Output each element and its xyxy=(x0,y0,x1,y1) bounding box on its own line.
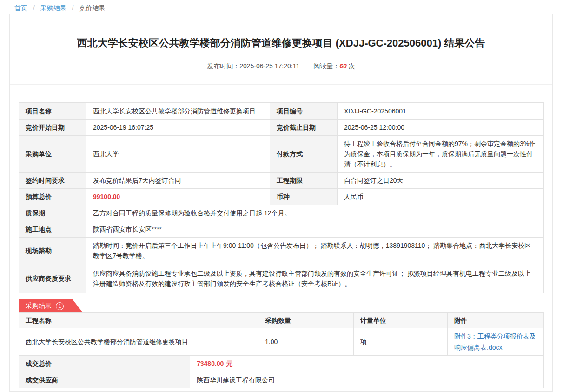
currency-value: 人民币 xyxy=(338,189,543,205)
budget-value: 99100.00 xyxy=(86,189,270,205)
publish-meta: 发布时间：2025-06-25 17:20:11阅读量：60次 xyxy=(28,62,534,71)
views-label: 阅读量： xyxy=(313,62,339,70)
table-row: 预算总价 99100.00 币种 人民币 xyxy=(19,188,543,205)
page-title: 西北大学长安校区公共教学楼部分消防管道维修更换项目 (XDJJ-GC-20250… xyxy=(28,36,534,50)
total-price-unit: 元 xyxy=(226,359,232,369)
result-table-data-row: 西北大学长安校区公共教学楼部分消防管道维修更换项目 1.00 项 附件3：工程类… xyxy=(19,328,543,355)
table-row: 竞价开始日期 2025-06-19 16:07:25 竞价截止日期 2025-0… xyxy=(19,119,543,135)
breadcrumb-procurement-results[interactable]: 采购结果 xyxy=(40,4,66,12)
result-unit: 项 xyxy=(354,328,448,355)
announcement-card: 西北大学长安校区公共教学楼部分消防管道维修更换项目 (XDJJ-GC-20250… xyxy=(9,14,553,392)
views-count: 60 xyxy=(339,62,347,70)
total-price-value: 73480.00 元 xyxy=(190,356,543,372)
site-survey-value: 踏勘时间：竞价开启后第三个工作日上午上午9:00-11:00（包含公告发布日）；… xyxy=(86,238,543,264)
table-row: 供应商资质要求 供应商应具备消防设施工程专业承包二级及以上资质，具有建设行政主管… xyxy=(19,264,543,293)
table-row: 签约时间要求 发布竞价结果后7天内签订合同 工程期限 自合同签订之日20天 xyxy=(19,172,543,188)
procurement-result-badge-label: 采购结果 xyxy=(26,302,52,310)
badge-number-circle: 1 xyxy=(56,302,64,310)
supplier-value: 陕西华川建设工程有限公司 xyxy=(190,372,543,388)
bid-start-label: 竞价开始日期 xyxy=(19,120,86,135)
breadcrumb: 首页 / 采购结果 / 竞价结果 xyxy=(0,0,563,14)
project-info-table: 项目名称 西北大学长安校区公共教学楼部分消防管道维修更换项目 项目编号 XDJJ… xyxy=(19,102,544,293)
supplier-label: 成交供应商 xyxy=(19,372,190,388)
views-unit: 次 xyxy=(349,62,355,70)
bid-end-value: 2025-06-25 12:00:00 xyxy=(338,120,543,135)
location-label: 施工地点 xyxy=(19,221,86,237)
site-survey-label: 现场踏勘 xyxy=(19,238,86,264)
table-row: 项目名称 西北大学长安校区公共教学楼部分消防管道维修更换项目 项目编号 XDJJ… xyxy=(19,103,543,119)
project-name-label: 项目名称 xyxy=(19,103,86,119)
project-no-value: XDJJ-GC-202506001 xyxy=(338,103,543,119)
procurement-result-badge: 采购结果 1 xyxy=(19,299,83,312)
publish-time-value: 2025-06-25 17:20:11 xyxy=(239,62,299,70)
payment-value: 待工程竣工验收合格后付至合同金额的97%；剩余审定金额的3%作为质保金，本项目质… xyxy=(338,136,543,172)
result-supplier-row: 成交供应商 陕西华川建设工程有限公司 xyxy=(19,372,543,388)
budget-label: 预算总价 xyxy=(19,189,86,205)
header-attachment: 附件 xyxy=(448,313,543,328)
qualification-label: 供应商资质要求 xyxy=(19,264,86,293)
location-value: 陕西省西安市长安区**** xyxy=(86,221,543,237)
total-price-label: 成交总价 xyxy=(19,356,190,372)
payment-label: 付款方式 xyxy=(270,136,338,172)
breadcrumb-home[interactable]: 首页 xyxy=(14,4,27,12)
qualification-value: 供应商应具备消防设施工程专业承包二级及以上资质，具有建设行政主管部门颁发的有效的… xyxy=(86,264,543,293)
currency-label: 币种 xyxy=(270,189,338,205)
header-quantity: 采购数量 xyxy=(258,313,354,328)
warranty-value: 乙方对合同工程的质量保修期为验收合格并交付使用之日起 12个月。 xyxy=(86,205,543,221)
bid-start-value: 2025-06-19 16:07:25 xyxy=(86,120,270,135)
breadcrumb-separator: / xyxy=(33,4,35,12)
announcement-header: 西北大学长安校区公共教学楼部分消防管道维修更换项目 (XDJJ-GC-20250… xyxy=(10,14,552,85)
sign-time-label: 签约时间要求 xyxy=(19,173,86,188)
project-name-value: 西北大学长安校区公共教学楼部分消防管道维修更换项目 xyxy=(86,103,270,119)
publish-time-label: 发布时间： xyxy=(207,62,239,70)
table-row: 采购单位 西北大学 付款方式 待工程竣工验收合格后付至合同金额的97%；剩余审定… xyxy=(19,135,543,172)
table-row: 质保期 乙方对合同工程的质量保修期为验收合格并交付使用之日起 12个月。 xyxy=(19,205,543,221)
result-table-header-row: 工程名称 采购数量 计量单位 附件 xyxy=(19,313,543,328)
header-unit: 计量单位 xyxy=(354,313,448,328)
duration-label: 工程期限 xyxy=(270,173,338,188)
duration-value: 自合同签订之日20天 xyxy=(338,173,543,188)
result-project-name: 西北大学长安校区公共教学楼部分消防管道维修更换项目 xyxy=(19,328,258,355)
result-total-row: 成交总价 73480.00 元 xyxy=(19,355,543,372)
purchaser-value: 西北大学 xyxy=(86,136,270,172)
breadcrumb-separator: / xyxy=(72,4,74,12)
breadcrumb-bidding-results: 竞价结果 xyxy=(79,4,105,12)
purchaser-label: 采购单位 xyxy=(19,136,86,172)
total-price-number: 73480.00 xyxy=(197,359,224,369)
result-attachment-cell: 附件3：工程类分项报价表及响应偏离表.docx xyxy=(448,328,543,355)
result-quantity: 1.00 xyxy=(258,328,354,355)
table-row: 施工地点 陕西省西安市长安区**** xyxy=(19,221,543,237)
procurement-result-table: 工程名称 采购数量 计量单位 附件 西北大学长安校区公共教学楼部分消防管道维修更… xyxy=(19,312,544,388)
table-row: 现场踏勘 踏勘时间：竞价开启后第三个工作日上午上午9:00-11:00（包含公告… xyxy=(19,237,543,264)
project-no-label: 项目编号 xyxy=(270,103,338,119)
warranty-label: 质保期 xyxy=(19,205,86,221)
attachment-link[interactable]: 附件3：工程类分项报价表及响应偏离表.docx xyxy=(454,331,537,353)
bid-end-label: 竞价截止日期 xyxy=(270,120,338,135)
sign-time-value: 发布竞价结果后7天内签订合同 xyxy=(86,173,270,188)
header-project-name: 工程名称 xyxy=(19,313,258,328)
